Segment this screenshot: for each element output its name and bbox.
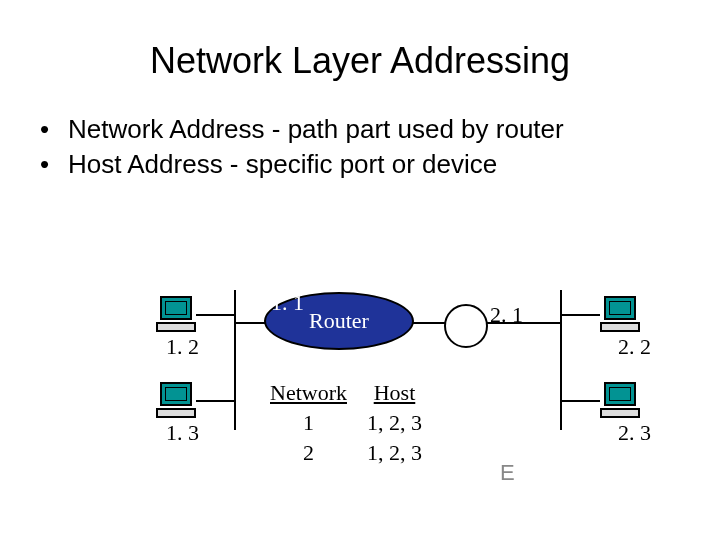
host-label: 2. 3 (618, 420, 651, 446)
host-label: 2. 2 (618, 334, 651, 360)
bus-tap (562, 314, 600, 316)
table-row: 1 1, 2, 3 (260, 408, 432, 438)
table-cell: 1 (260, 408, 357, 438)
router-iface-label: 1. 1 (271, 290, 304, 316)
bus-tap (196, 400, 234, 402)
bus-left (234, 290, 236, 430)
computer-icon (600, 296, 640, 334)
computer-icon (600, 382, 640, 420)
bullet-text: Host Address - specific port or device (68, 147, 680, 182)
host-label: 1. 3 (166, 420, 199, 446)
bullet-list: • Network Address - path part used by ro… (0, 82, 720, 182)
bus-tap (562, 400, 600, 402)
bus-tap (196, 314, 234, 316)
router-label: Router (309, 308, 369, 334)
host-label: 1. 2 (166, 334, 199, 360)
bullet-item: • Network Address - path part used by ro… (40, 112, 680, 147)
slide-title: Network Layer Addressing (0, 0, 720, 82)
computer-icon (156, 296, 196, 334)
slide-mark: E (500, 460, 515, 486)
router-iface-label: 2. 1 (490, 302, 523, 328)
table-header: Network (260, 380, 357, 408)
bullet-dot: • (40, 112, 68, 147)
bullet-text: Network Address - path part used by rout… (68, 112, 680, 147)
computer-icon (156, 382, 196, 420)
address-table: Network Host 1 1, 2, 3 2 1, 2, 3 (260, 380, 432, 468)
router-link (412, 322, 447, 324)
bullet-item: • Host Address - specific port or device (40, 147, 680, 182)
table-cell: 2 (260, 438, 357, 468)
table-header: Host (357, 380, 432, 408)
network-diagram: 1. 2 1. 3 2. 2 2. 3 Router 1. 1 2. 1 Net… (0, 290, 720, 520)
table-cell: 1, 2, 3 (357, 438, 432, 468)
router-port (444, 304, 488, 348)
router-link (236, 322, 266, 324)
table-cell: 1, 2, 3 (357, 408, 432, 438)
bus-right (560, 290, 562, 430)
bullet-dot: • (40, 147, 68, 182)
table-row: 2 1, 2, 3 (260, 438, 432, 468)
